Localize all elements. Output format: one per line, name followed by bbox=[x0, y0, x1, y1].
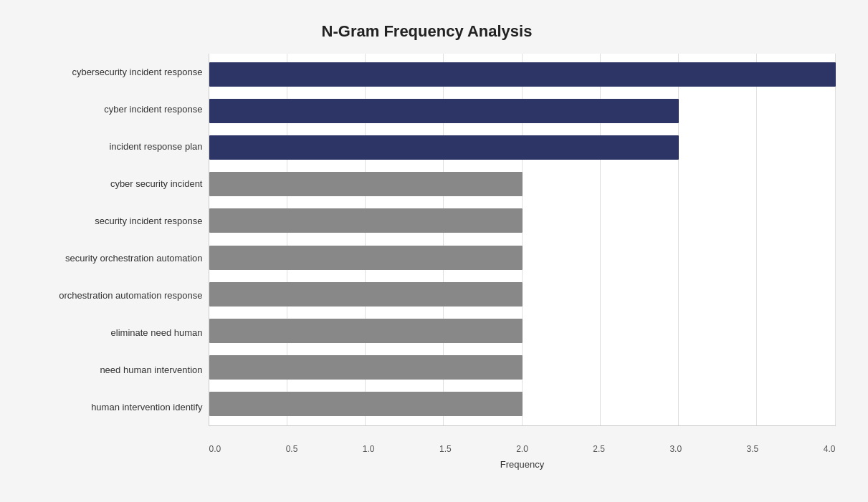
bar bbox=[209, 319, 523, 343]
y-label: human intervention identify bbox=[19, 399, 203, 416]
x-axis-title: Frequency bbox=[209, 459, 836, 470]
bar-row bbox=[209, 317, 836, 345]
x-tick: 1.0 bbox=[363, 444, 375, 454]
bar-row bbox=[209, 353, 836, 382]
bar-row bbox=[209, 97, 836, 125]
bar bbox=[209, 246, 523, 270]
bars-section: 0.00.51.01.52.02.53.03.54.0 Frequency bbox=[209, 54, 836, 426]
x-tick: 4.0 bbox=[824, 444, 836, 454]
bar bbox=[209, 135, 679, 160]
y-label: cyber incident response bbox=[19, 101, 203, 118]
y-label: security incident response bbox=[19, 213, 203, 230]
x-axis-labels: 0.00.51.01.52.02.53.03.54.0 bbox=[209, 444, 836, 454]
x-tick: 0.5 bbox=[286, 444, 298, 454]
y-label: orchestration automation response bbox=[19, 287, 203, 304]
chart-title: N-Gram Frequency Analysis bbox=[19, 22, 836, 41]
bar-row bbox=[209, 390, 836, 418]
bar bbox=[209, 172, 523, 196]
bar-row bbox=[209, 170, 836, 198]
bar-row bbox=[209, 280, 836, 309]
x-tick: 2.5 bbox=[593, 444, 605, 454]
bars-wrapper bbox=[209, 54, 836, 425]
chart-container: N-Gram Frequency Analysis cybersecurity … bbox=[11, 8, 857, 495]
y-label: cybersecurity incident response bbox=[19, 64, 203, 81]
x-tick: 1.5 bbox=[439, 444, 452, 454]
x-tick: 3.5 bbox=[747, 444, 759, 454]
bar-row bbox=[209, 206, 836, 235]
bar-row bbox=[209, 243, 836, 272]
y-label: incident response plan bbox=[19, 138, 203, 155]
y-label: cyber security incident bbox=[19, 175, 203, 193]
bar bbox=[209, 282, 523, 306]
x-tick: 2.0 bbox=[516, 444, 528, 454]
bar-row bbox=[209, 60, 836, 89]
chart-area: cybersecurity incident responsecyber inc… bbox=[19, 54, 836, 426]
y-label: security orchestration automation bbox=[19, 250, 203, 267]
x-tick: 0.0 bbox=[209, 444, 221, 454]
bar bbox=[209, 99, 679, 123]
bar bbox=[209, 208, 523, 233]
bar-row bbox=[209, 133, 836, 162]
x-tick: 3.0 bbox=[669, 444, 682, 454]
bar bbox=[209, 62, 836, 87]
y-label: need human intervention bbox=[19, 362, 203, 379]
bar bbox=[209, 392, 523, 416]
bar bbox=[209, 355, 523, 380]
y-axis-labels: cybersecurity incident responsecyber inc… bbox=[19, 54, 209, 426]
y-label: eliminate need human bbox=[19, 324, 203, 342]
